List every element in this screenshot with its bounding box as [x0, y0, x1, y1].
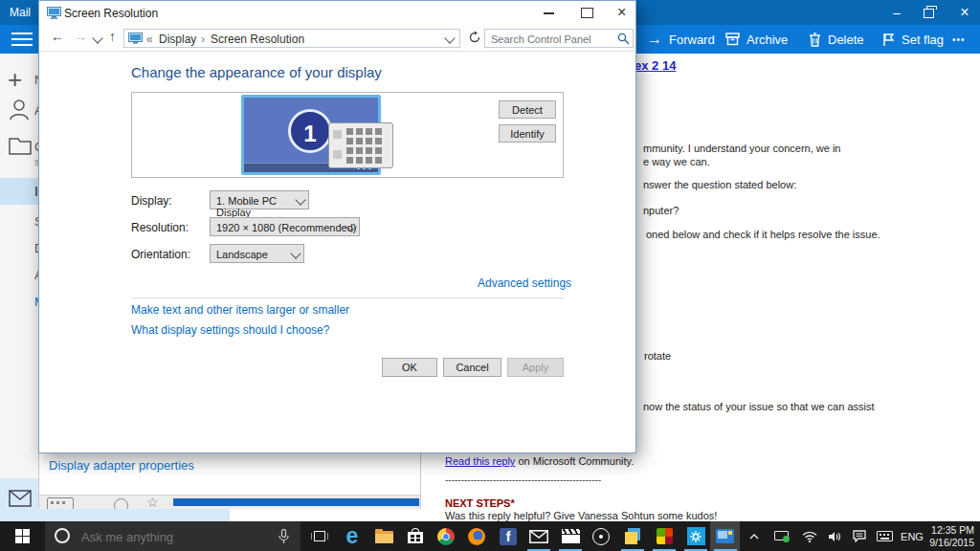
- recent-pages-chevron-icon[interactable]: [92, 33, 102, 43]
- start-button[interactable]: [0, 521, 45, 551]
- taskbar-notes-button[interactable]: [617, 521, 648, 551]
- minimize-icon[interactable]: [544, 12, 554, 14]
- taskbar-edge-button[interactable]: e: [337, 521, 368, 551]
- clapperboard-icon: [562, 529, 580, 543]
- chrome-icon: [437, 528, 455, 545]
- task-view-button[interactable]: [304, 521, 335, 551]
- cancel-button[interactable]: Cancel: [443, 358, 501, 377]
- monitor-keyboard-graphic: [328, 122, 393, 168]
- comment-icon: [853, 530, 866, 542]
- monitor-1-preview[interactable]: 1: [241, 95, 381, 175]
- taskbar-search-input[interactable]: [79, 527, 265, 546]
- keyboard-button-icon[interactable]: [47, 497, 74, 509]
- taskbar-display-settings-button-active[interactable]: [710, 521, 740, 551]
- background-display-window: Display adapter properties ☆: [38, 453, 421, 508]
- resolution-dropdown[interactable]: 1920 × 1080 (Recommended): [210, 217, 360, 236]
- restore-icon-back: [926, 6, 937, 10]
- search-box[interactable]: [484, 29, 634, 48]
- search-input[interactable]: [489, 31, 613, 48]
- breadcrumb-display[interactable]: Display: [159, 33, 196, 46]
- advanced-settings-link[interactable]: Advanced settings: [478, 276, 571, 290]
- breadcrumb-root-icon[interactable]: «: [146, 33, 153, 46]
- make-text-larger-link[interactable]: Make text and other items larger or smal…: [131, 303, 349, 317]
- tray-notifications-button[interactable]: [846, 521, 873, 551]
- mail-restore-button[interactable]: [915, 0, 944, 25]
- forward-button[interactable]: → Forward: [647, 25, 715, 54]
- archive-button[interactable]: Archive: [725, 25, 788, 54]
- speaker-icon: [828, 531, 841, 542]
- up-button[interactable]: ↑: [109, 29, 116, 44]
- display-monitor-icon: [47, 7, 61, 19]
- taskbar-mail-button[interactable]: [523, 521, 554, 551]
- breadcrumb-screen-resolution[interactable]: Screen Resolution: [211, 33, 304, 46]
- display-settings-help-link[interactable]: What display settings should I choose?: [131, 323, 329, 337]
- orientation-dropdown-value: Landscape: [216, 249, 268, 260]
- search-icon[interactable]: [617, 33, 630, 45]
- taskbar-file-explorer-button[interactable]: [368, 521, 399, 551]
- taskbar-firefox-button[interactable]: [461, 521, 492, 551]
- windows-logo-icon: [15, 529, 30, 543]
- microphone-icon[interactable]: [278, 529, 289, 544]
- ok-button[interactable]: OK: [382, 358, 437, 377]
- clock-partial-icon[interactable]: [114, 498, 128, 509]
- maximize-icon[interactable]: [581, 8, 593, 18]
- tray-volume-button[interactable]: [821, 521, 848, 551]
- read-this-reply-link[interactable]: Read this reply: [445, 455, 515, 467]
- mail-envelope-icon[interactable]: [9, 490, 32, 507]
- page-heading: Change the appearance of your display: [131, 64, 382, 80]
- refresh-icon[interactable]: [468, 31, 481, 44]
- more-commands-button[interactable]: •••: [952, 25, 966, 54]
- taskbar-media-button[interactable]: [586, 521, 616, 551]
- settings-gear-icon: [687, 527, 705, 545]
- taskbar-avg-button[interactable]: [649, 521, 679, 551]
- tray-show-hidden-icons-button[interactable]: [742, 521, 767, 551]
- kudos-line: Was this reply helpful? Give Vanessa Soh…: [445, 510, 717, 521]
- taskbar-store-button[interactable]: [400, 521, 431, 551]
- tray-language-button[interactable]: ENG: [898, 521, 926, 551]
- address-dropdown-chevron-icon[interactable]: [444, 33, 455, 43]
- facebook-icon: f: [500, 528, 517, 545]
- apply-button-disabled[interactable]: Apply: [507, 358, 564, 377]
- trash-icon: [809, 33, 821, 47]
- clock-time: 12:35 PM: [924, 524, 974, 537]
- back-button[interactable]: ←: [51, 29, 64, 44]
- mail-window-title: Mail: [10, 6, 31, 19]
- tray-wifi-button[interactable]: [796, 521, 823, 551]
- cortana-search-box[interactable]: [45, 521, 301, 551]
- forward-button-disabled[interactable]: →: [74, 29, 87, 44]
- taskbar-chrome-button[interactable]: [431, 521, 461, 551]
- next-steps-heading: NEXT STEPS*: [445, 497, 515, 509]
- display-dropdown-value: 1. Mobile PC Display: [216, 195, 308, 218]
- hamburger-icon: [11, 33, 33, 34]
- breadcrumb[interactable]: « Display › Screen Resolution: [123, 29, 460, 48]
- taskbar: e f: [0, 521, 980, 551]
- accounts-person-icon[interactable]: [9, 98, 30, 121]
- display-dropdown[interactable]: 1. Mobile PC Display: [210, 190, 309, 209]
- folder-icon[interactable]: [9, 138, 32, 156]
- identify-button[interactable]: Identify: [499, 124, 556, 143]
- detect-button[interactable]: Detect: [499, 100, 556, 119]
- cortana-icon: [55, 528, 70, 543]
- taskbar-facebook-button[interactable]: f: [493, 521, 523, 551]
- tray-clock[interactable]: 12:35 PM 9/16/2015: [924, 524, 974, 549]
- mail-minimize-button[interactable]: –: [882, 0, 911, 25]
- mail-close-button[interactable]: ×: [950, 0, 979, 25]
- new-mail-button[interactable]: +: [8, 65, 22, 95]
- star-partial-icon[interactable]: ☆: [146, 495, 159, 509]
- subject-link-fragment[interactable]: ex 2 14: [635, 58, 676, 73]
- orientation-dropdown[interactable]: Landscape: [210, 244, 304, 263]
- tray-security-status-icon[interactable]: [768, 521, 795, 551]
- tray-touch-keyboard-button[interactable]: [871, 521, 898, 551]
- body-line: nswer the question stated below:: [643, 179, 796, 190]
- taskbar-settings-button[interactable]: [680, 521, 711, 551]
- close-icon[interactable]: ×: [617, 4, 626, 21]
- display-adapter-properties-link[interactable]: Display adapter properties: [49, 458, 194, 473]
- set-flag-label: Set flag: [902, 33, 944, 47]
- set-flag-button[interactable]: Set flag: [882, 25, 944, 54]
- orientation-label: Orientation:: [131, 248, 190, 261]
- body-line: e way we can.: [643, 156, 710, 167]
- taskbar-movies-button[interactable]: [555, 521, 586, 551]
- mail-icon: [529, 530, 548, 543]
- body-line: mmunity. I understand your concern, we i…: [643, 143, 840, 154]
- delete-button[interactable]: Delete: [809, 25, 864, 54]
